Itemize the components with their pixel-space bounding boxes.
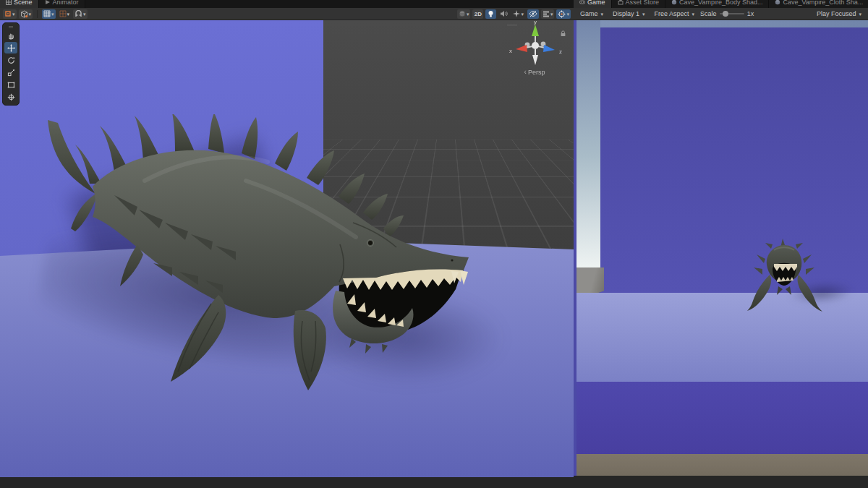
scale-slider: Scale 1x (700, 10, 754, 17)
caret-icon: ▾ (642, 12, 645, 17)
projection-label[interactable]: ‹Persp (506, 68, 563, 76)
scene-visibility-toggle[interactable] (527, 9, 539, 19)
grid-snap-toggle[interactable]: ▾ (42, 9, 56, 19)
caret-icon: ▾ (467, 12, 469, 17)
lock-icon[interactable] (560, 30, 566, 37)
tab-body-shader[interactable]: Cave_Vampire_Body Shad... (665, 0, 769, 8)
game-shark-model (738, 237, 832, 313)
layers-icon (542, 10, 550, 17)
tab-body-shader-label: Cave_Vampire_Body Shad... (679, 0, 762, 6)
gizmo-drag-handle[interactable] (507, 23, 517, 27)
gizmo-cube-dropdown[interactable]: ▾ (19, 9, 33, 19)
svg-text:z: z (559, 48, 562, 55)
draw-mode-icon (459, 10, 466, 17)
svg-text:x: x (509, 48, 512, 54)
caret-icon: ▾ (601, 12, 604, 17)
aspect-dropdown[interactable]: Free Aspect ▾ (651, 9, 699, 20)
2d-toggle[interactable]: 2D (472, 9, 483, 19)
camera-gizmo-icon (558, 10, 566, 18)
scale-value: 1x (747, 10, 754, 17)
scale-label: Scale (700, 10, 717, 17)
tab-cloth-shader-label: Cave_Vampire_Cloth Sha... (783, 0, 863, 6)
game-viewport[interactable] (574, 20, 868, 476)
rect-tool[interactable] (4, 79, 17, 90)
play-focused-dropdown[interactable]: Play Focused ▾ (813, 9, 865, 20)
move-tool[interactable] (4, 42, 17, 53)
caret-icon: ▾ (692, 12, 695, 17)
scene-tabbar: Scene Animator (0, 0, 574, 8)
gizmo-cube-icon (20, 10, 28, 18)
rect-tool-icon (7, 81, 15, 89)
asset-store-icon (618, 0, 624, 5)
game-view-dropdown[interactable]: Game ▾ (576, 9, 607, 20)
game-panel: Game Asset Store Cave_Vampire_Body Shad.… (574, 0, 868, 488)
scene-lighting-toggle[interactable] (485, 9, 496, 19)
caret-icon: ▾ (29, 12, 32, 17)
persp-toggle-icon: ‹ (524, 68, 527, 76)
tab-scene-label: Scene (14, 0, 33, 6)
editor-bottom-strip (0, 477, 574, 488)
game-sky-band (576, 20, 868, 27)
transform-tool-icon (7, 93, 15, 101)
game-ground-strip (576, 454, 868, 476)
scale-slider-knob[interactable] (723, 11, 728, 17)
rotate-tool[interactable] (4, 54, 17, 66)
transform-tool[interactable] (4, 91, 17, 103)
audio-icon (500, 10, 508, 17)
camera-gizmo-dropdown[interactable]: ▾ (556, 9, 571, 19)
effects-icon (513, 10, 520, 17)
draw-mode-dropdown[interactable]: ▾ (457, 9, 471, 19)
tab-game[interactable]: Game (574, 0, 612, 8)
svg-text:y: y (534, 20, 537, 25)
tab-asset-store-label: Asset Store (626, 0, 660, 6)
scene-tools-overlay (2, 22, 20, 106)
game-sky-strip (576, 20, 600, 267)
scene-audio-toggle[interactable] (498, 9, 509, 19)
layers-dropdown[interactable]: ▾ (541, 9, 555, 19)
display-label: Display 1 (613, 10, 639, 17)
shark-model[interactable] (29, 114, 485, 396)
caret-icon: ▾ (83, 12, 86, 17)
magnet-icon (75, 10, 82, 17)
rotate-tool-icon (7, 56, 15, 64)
magnet-snap-dropdown[interactable]: ▾ (73, 9, 88, 19)
tab-cloth-shader[interactable]: Cave_Vampire_Cloth Sha... (769, 0, 868, 8)
caret-icon: ▾ (859, 12, 861, 17)
toolbar-separator (37, 10, 38, 18)
pivot-icon (4, 10, 12, 17)
tab-scene[interactable]: Scene (0, 0, 39, 8)
2d-toggle-label: 2D (475, 11, 482, 17)
game-toolbar: Game ▾ Display 1 ▾ Free Aspect ▾ Scale 1… (574, 8, 868, 20)
tab-animator-label: Animator (53, 0, 79, 6)
snap-increment-dropdown[interactable]: ▾ (58, 9, 72, 19)
animator-icon (45, 0, 51, 5)
hand-tool[interactable] (4, 30, 17, 41)
tab-animator[interactable]: Animator (39, 0, 85, 8)
gamepad-icon (579, 0, 585, 5)
display-dropdown[interactable]: Display 1 ▾ (609, 9, 649, 20)
tab-game-label: Game (587, 0, 605, 6)
shader-sphere-icon (775, 0, 780, 5)
game-floor-front (576, 382, 868, 454)
scale-tool[interactable] (4, 67, 17, 78)
shader-sphere-icon (671, 0, 677, 5)
snap-increment-icon (59, 10, 67, 17)
hand-tool-icon (7, 32, 15, 40)
effects-dropdown[interactable]: ▾ (511, 9, 525, 19)
light-icon (488, 10, 494, 18)
axis-gizmo-icon[interactable]: y x z (506, 20, 568, 68)
orientation-gizmo[interactable]: y x z ‹Persp (506, 20, 568, 80)
tools-drag-handle[interactable] (4, 25, 17, 29)
caret-icon: ▾ (521, 12, 524, 17)
caret-icon: ▾ (566, 12, 569, 17)
tab-asset-store[interactable]: Asset Store (612, 0, 666, 8)
scene-viewport[interactable]: y x z ‹Persp (0, 20, 574, 477)
aspect-label: Free Aspect (655, 10, 689, 17)
caret-icon: ▾ (51, 12, 54, 17)
editor-bottom-strip (574, 477, 868, 488)
scene-grid-icon (6, 0, 12, 5)
pivot-dropdown[interactable]: ▾ (3, 9, 17, 19)
scale-slider-track[interactable] (720, 13, 744, 14)
caret-icon: ▾ (67, 12, 70, 17)
scene-panel: Scene Animator ▾ ▾ ▾ ▾ (0, 0, 574, 488)
